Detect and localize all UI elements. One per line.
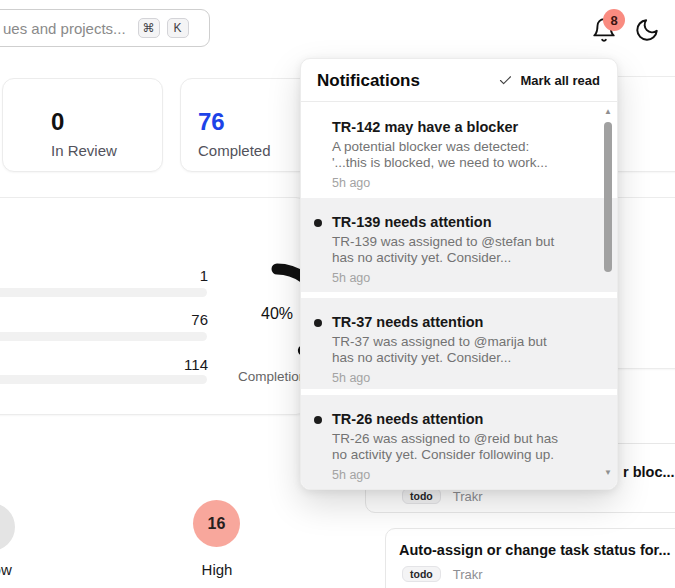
unread-dot-icon bbox=[314, 319, 322, 327]
suggestion-title: r bloc... bbox=[623, 464, 675, 480]
scrollbar-thumb[interactable] bbox=[604, 122, 612, 272]
notification-time: 5h ago bbox=[332, 468, 591, 482]
scroll-down-icon[interactable]: ▼ bbox=[602, 469, 614, 477]
stat-value: 0 bbox=[51, 109, 162, 135]
dark-mode-toggle[interactable] bbox=[634, 17, 660, 43]
bar-value-1: 1 bbox=[148, 267, 208, 284]
kbd-cmd: ⌘ bbox=[138, 18, 160, 38]
notification-body: TR-26 was assigned to @reid but has no a… bbox=[332, 431, 591, 462]
notification-time: 5h ago bbox=[332, 271, 591, 285]
suggestion-card[interactable]: Auto-assign or change task status for...… bbox=[385, 528, 675, 588]
search-placeholder: ues and projects... bbox=[3, 20, 126, 37]
scroll-up-icon[interactable]: ▲ bbox=[602, 108, 614, 116]
check-icon bbox=[498, 73, 513, 88]
notifications-title: Notifications bbox=[317, 71, 420, 91]
notification-title: TR-26 needs attention bbox=[332, 411, 591, 428]
donut-center-label: 40% bbox=[246, 305, 308, 323]
suggestion-source: Trakr bbox=[453, 567, 483, 582]
stat-card-in-review: 0 In Review bbox=[2, 78, 163, 172]
status-badge: todo bbox=[402, 566, 441, 582]
stat-label: In Review bbox=[51, 142, 162, 159]
notification-item[interactable]: TR-26 needs attention TR-26 was assigned… bbox=[301, 395, 617, 490]
unread-dot-icon bbox=[314, 416, 322, 424]
mark-all-read-button[interactable]: Mark all read bbox=[498, 73, 601, 88]
notification-body: TR-37 was assigned to @marija but has no… bbox=[332, 334, 591, 365]
suggestion-title: Auto-assign or change task status for... bbox=[399, 542, 671, 558]
search-input[interactable]: ues and projects... ⌘ K bbox=[0, 9, 210, 47]
panel-scrollbar[interactable]: ▲ ▼ bbox=[602, 108, 614, 481]
notification-body: TR-139 was assigned to @stefan but has n… bbox=[332, 234, 591, 265]
bar-value-3: 114 bbox=[148, 356, 208, 373]
kbd-k: K bbox=[167, 18, 189, 38]
moon-icon bbox=[634, 17, 660, 43]
unread-dot-icon bbox=[314, 219, 322, 227]
notification-item[interactable]: TR-139 needs attention TR-139 was assign… bbox=[301, 198, 617, 292]
notification-title: TR-142 may have a blocker bbox=[332, 119, 591, 136]
notification-time: 5h ago bbox=[332, 371, 591, 385]
notification-time: 5h ago bbox=[332, 176, 591, 190]
priority-circle-low bbox=[0, 503, 15, 551]
bar-track-1 bbox=[0, 288, 207, 297]
bar-value-2: 76 bbox=[148, 311, 208, 328]
bar-track-3 bbox=[0, 375, 207, 384]
notifications-header: Notifications Mark all read bbox=[301, 59, 617, 102]
notification-item[interactable]: TR-37 needs attention TR-37 was assigned… bbox=[301, 298, 617, 389]
priority-label-high: High bbox=[162, 561, 272, 578]
notification-item[interactable]: TR-142 may have a blocker A potential bl… bbox=[301, 103, 617, 198]
notification-title: TR-37 needs attention bbox=[332, 314, 591, 331]
priority-circle-high: 16 bbox=[193, 500, 240, 547]
donut-title: Completion bbox=[238, 369, 306, 384]
priority-label-low: Low bbox=[0, 561, 53, 578]
status-badge: todo bbox=[402, 488, 441, 504]
notification-title: TR-139 needs attention bbox=[332, 214, 591, 231]
bar-track-2 bbox=[0, 332, 207, 341]
mark-all-read-label: Mark all read bbox=[521, 73, 601, 88]
notification-body: A potential blocker was detected: '...th… bbox=[332, 139, 591, 170]
suggestion-source: Trakr bbox=[453, 489, 483, 504]
notification-count-badge: 8 bbox=[603, 9, 625, 31]
notifications-panel: Notifications Mark all read TR-142 may h… bbox=[300, 58, 618, 490]
